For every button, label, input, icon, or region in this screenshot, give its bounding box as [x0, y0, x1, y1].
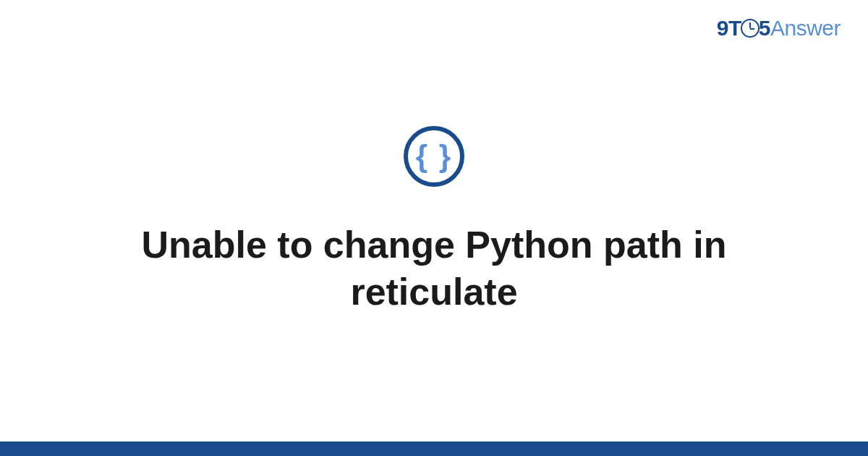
- page-title: Unable to change Python path in reticula…: [72, 221, 796, 316]
- footer-bar: [0, 442, 868, 456]
- code-braces-icon: { }: [404, 126, 464, 187]
- braces-glyph: { }: [416, 141, 452, 172]
- main-content: { } Unable to change Python path in reti…: [0, 0, 868, 442]
